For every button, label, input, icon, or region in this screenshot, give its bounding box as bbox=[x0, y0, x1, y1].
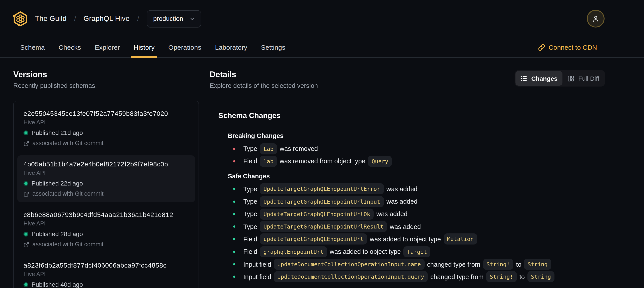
tab-checks[interactable]: Checks bbox=[52, 37, 88, 57]
version-commit-row[interactable]: associated with Git commit bbox=[24, 190, 189, 198]
user-menu-button[interactable] bbox=[587, 10, 604, 28]
code-badge: String! bbox=[486, 271, 516, 282]
version-commit-row[interactable]: associated with Git commit bbox=[24, 139, 189, 147]
version-list: e2e55045345ce13fe07f52a77459b83fa3fe7020… bbox=[13, 101, 199, 288]
change-item: TypeUpdateTargetGraphQLEndpointUrlErrorw… bbox=[228, 183, 605, 195]
list-icon bbox=[520, 75, 527, 82]
app-header: The Guild / GraphQL Hive / production Sc… bbox=[0, 0, 644, 58]
versions-panel: Versions Recently published schemas. e2e… bbox=[13, 58, 199, 288]
code-badge: UpdateTargetGraphQLEndpointUrlError bbox=[260, 183, 384, 194]
version-hash: a823f6db2a55df877dcf406006abca97fcc4858c bbox=[24, 261, 189, 270]
version-service: Hive API bbox=[24, 169, 189, 177]
view-toggle: ChangesFull Diff bbox=[514, 70, 605, 87]
nav-tabs: SchemaChecksExplorerHistoryOperationsLab… bbox=[13, 37, 292, 57]
published-status-dot bbox=[24, 282, 28, 287]
version-commit-label: associated with Git commit bbox=[32, 240, 104, 248]
external-link-icon bbox=[24, 191, 29, 197]
versions-title: Versions bbox=[13, 69, 199, 80]
published-status-dot bbox=[24, 231, 28, 236]
code-badge: UpdateDocumentCollectionOperationInput.q… bbox=[274, 271, 428, 282]
change-item: TypeUpdateTargetGraphQLEndpointUrlOkwas … bbox=[228, 208, 605, 220]
version-commit-label: associated with Git commit bbox=[32, 139, 104, 147]
version-list-item[interactable]: c8b6e88a06793b9c4dfd54aaa21b36a1b421d812… bbox=[17, 206, 195, 253]
change-group-title: Breaking Changes bbox=[228, 131, 605, 140]
code-badge: String bbox=[528, 271, 554, 282]
version-published-row: Published 21d ago bbox=[24, 129, 189, 137]
change-groups: Breaking Changes TypeLabwas removedField… bbox=[228, 131, 605, 283]
code-badge: UpdateDocumentCollectionOperationInput.n… bbox=[274, 259, 424, 270]
version-commit-label: associated with Git commit bbox=[32, 190, 104, 198]
version-commit-row[interactable]: associated with Git commit bbox=[24, 240, 189, 248]
code-badge: Target bbox=[404, 246, 430, 257]
view-toggle-full-diff[interactable]: Full Diff bbox=[562, 71, 604, 86]
change-item: TypeLabwas removed bbox=[228, 142, 605, 155]
external-link-icon bbox=[24, 242, 29, 247]
change-item: Input fieldUpdateDocumentCollectionOpera… bbox=[228, 258, 605, 271]
code-badge: Mutation bbox=[444, 234, 477, 245]
change-group-safe: Safe Changes TypeUpdateTargetGraphQLEndp… bbox=[228, 171, 605, 283]
chevron-down-icon bbox=[190, 16, 195, 22]
tab-history[interactable]: History bbox=[127, 37, 162, 57]
version-list-item[interactable]: 4b05ab51b1b4a7e2e4b0ef82172f2b9f7ef98c0b… bbox=[17, 155, 195, 202]
code-badge: String! bbox=[483, 259, 513, 270]
nav-bar: SchemaChecksExplorerHistoryOperationsLab… bbox=[0, 37, 644, 58]
version-published-label: Published 22d ago bbox=[32, 179, 83, 187]
tab-settings[interactable]: Settings bbox=[254, 37, 292, 57]
change-item: FieldgraphqlEndpointUrlwas added to obje… bbox=[228, 245, 605, 258]
code-badge: Lab bbox=[260, 143, 277, 154]
tab-laboratory[interactable]: Laboratory bbox=[208, 37, 254, 57]
change-group-title: Safe Changes bbox=[228, 171, 605, 180]
version-published-label: Published 40d ago bbox=[32, 280, 83, 288]
tab-operations[interactable]: Operations bbox=[162, 37, 208, 57]
versions-subtitle: Recently published schemas. bbox=[13, 81, 199, 90]
target-selector[interactable]: production bbox=[146, 10, 201, 27]
connect-cdn-link[interactable]: Connect to CDN bbox=[538, 37, 597, 57]
version-hash: e2e55045345ce13fe07f52a77459b83fa3fe7020 bbox=[24, 109, 189, 118]
code-badge: Query bbox=[368, 156, 392, 167]
version-published-row: Published 22d ago bbox=[24, 179, 189, 187]
version-service: Hive API bbox=[24, 119, 189, 126]
code-badge: lab bbox=[260, 156, 277, 167]
change-item: TypeUpdateTargetGraphQLEndpointUrlResult… bbox=[228, 220, 605, 233]
top-bar: The Guild / GraphQL Hive / production bbox=[0, 0, 644, 37]
columns-icon bbox=[567, 75, 574, 82]
change-item: FieldupdateTargetGraphQLEndpointUrlwas a… bbox=[228, 233, 605, 246]
version-service: Hive API bbox=[24, 220, 189, 227]
external-link-icon bbox=[24, 140, 29, 146]
breadcrumb-org[interactable]: The Guild bbox=[35, 15, 66, 23]
published-status-dot bbox=[24, 181, 28, 186]
published-status-dot bbox=[24, 130, 28, 135]
version-published-row: Published 40d ago bbox=[24, 280, 189, 288]
version-published-label: Published 21d ago bbox=[32, 129, 83, 137]
version-published-row: Published 28d ago bbox=[24, 230, 189, 238]
code-badge: graphqlEndpointUrl bbox=[260, 246, 327, 257]
connect-cdn-label: Connect to CDN bbox=[549, 44, 597, 51]
details-panel: Details Explore details of the selected … bbox=[210, 58, 605, 288]
hive-logo-icon[interactable] bbox=[13, 11, 28, 26]
tab-schema[interactable]: Schema bbox=[13, 37, 52, 57]
view-toggle-changes[interactable]: Changes bbox=[515, 71, 562, 86]
change-item: Fieldlabwas removed from object typeQuer… bbox=[228, 155, 605, 168]
version-list-item[interactable]: a823f6db2a55df877dcf406006abca97fcc4858c… bbox=[17, 256, 195, 288]
breadcrumb-separator: / bbox=[74, 15, 76, 23]
user-icon bbox=[592, 15, 600, 23]
version-hash: 4b05ab51b1b4a7e2e4b0ef82172f2b9f7ef98c0b bbox=[24, 160, 189, 169]
tab-explorer[interactable]: Explorer bbox=[88, 37, 127, 57]
breadcrumb-separator: / bbox=[137, 15, 139, 23]
change-item: Input fieldUpdateDocumentCollectionOpera… bbox=[228, 270, 605, 283]
code-badge: UpdateTargetGraphQLEndpointUrlResult bbox=[260, 221, 387, 232]
version-published-label: Published 28d ago bbox=[32, 230, 83, 238]
code-badge: updateTargetGraphQLEndpointUrl bbox=[260, 234, 367, 245]
version-list-item[interactable]: e2e55045345ce13fe07f52a77459b83fa3fe7020… bbox=[17, 105, 195, 152]
breadcrumb-project[interactable]: GraphQL Hive bbox=[84, 15, 130, 23]
change-item: TypeUpdateTargetGraphQLEndpointUrlInputw… bbox=[228, 195, 605, 208]
link-icon bbox=[538, 44, 545, 51]
code-badge: UpdateTargetGraphQLEndpointUrlInput bbox=[260, 196, 384, 207]
code-badge: String bbox=[524, 259, 551, 270]
schema-changes-title: Schema Changes bbox=[218, 111, 605, 121]
version-hash: c8b6e88a06793b9c4dfd54aaa21b36a1b421d812 bbox=[24, 210, 189, 219]
change-group-breaking: Breaking Changes TypeLabwas removedField… bbox=[228, 131, 605, 167]
target-selector-value: production bbox=[153, 15, 183, 22]
version-service: Hive API bbox=[24, 271, 189, 278]
code-badge: UpdateTargetGraphQLEndpointUrlOk bbox=[260, 209, 374, 220]
